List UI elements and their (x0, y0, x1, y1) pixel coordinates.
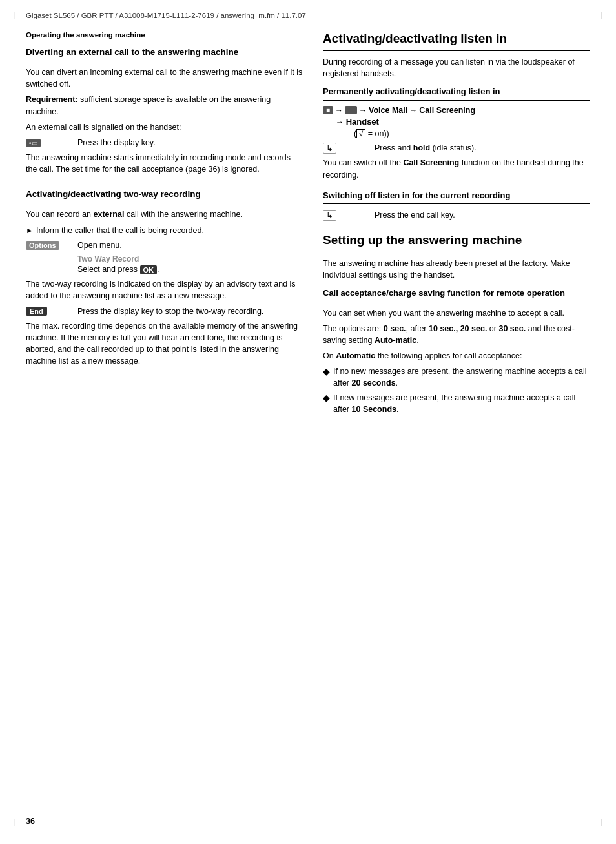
section-two-way-heading: Activating/deactivating two-way recordin… (26, 189, 303, 200)
section-rule-right-1 (323, 50, 590, 51)
switch-off-heading: Switching off listen in for the current … (323, 190, 590, 201)
diverting-p2: An external call is signalled on the han… (26, 121, 303, 133)
end-key: End (26, 307, 47, 316)
call-screening-label: Call Screening (419, 106, 475, 115)
listen-in-p1: During recording of a message you can li… (323, 56, 590, 79)
menu-icon: ■ (323, 106, 333, 114)
end-text: Press the display key to stop the two-wa… (77, 305, 303, 317)
two-way-p3: The max. recording time depends on the a… (26, 320, 303, 367)
diverting-key-row: ▫▭ Press the display key. (26, 137, 303, 149)
bullet-sym-2: ◆ (323, 392, 333, 405)
end-key-row: End Press the display key to stop the tw… (26, 305, 303, 317)
voicemail-nav-row: ■ → ☷ → Voice Mail → Call Screening (323, 106, 590, 115)
setup-heading: Setting up the answering machine (323, 232, 590, 248)
handset-label: Handset (346, 117, 379, 127)
answering-machine-icon: ▫▭ (26, 139, 41, 147)
call-screening-note: You can switch off the Call Screening fu… (323, 157, 590, 180)
diverting-requirement: Requirement: sufficient storage space is… (26, 94, 303, 117)
hold-key-desc: Press and hold (idle status). (375, 142, 590, 154)
bottom-left-corner-mark: | (14, 819, 16, 826)
two-way-p2: The two-way recording is indicated on th… (26, 278, 303, 302)
permanently-heading: Permanently activating/deactivating list… (323, 86, 590, 98)
page-number: 36 (26, 817, 35, 826)
section-switch-off-listen: Switching off listen in for the current … (323, 190, 590, 221)
section-diverting: Diverting an external call to the answer… (26, 46, 303, 175)
arrow-symbol: ► (26, 225, 36, 236)
header-text: Gigaset SL565 / GBR PTT / A31008-M1715-L… (26, 12, 306, 19)
voice-mail-label: Voice Mail (369, 106, 407, 115)
section-listen-in: Activating/deactivating listen in During… (323, 31, 590, 181)
options-key-cell: Options (26, 240, 77, 251)
automatic-intro: On Automatic the following applies for c… (323, 350, 590, 362)
hold-key-row: ↳̅ Press and hold (idle status). (323, 142, 590, 154)
bullet-inform-text: Inform the caller that the call is being… (36, 225, 303, 236)
bullet-sym-1: ◆ (323, 365, 333, 378)
section-diverting-heading: Diverting an external call to the answer… (26, 46, 303, 58)
options-row: Options Open menu. (26, 240, 303, 251)
diverting-key-cell: ▫▭ (26, 137, 77, 147)
options-text: Open menu. (77, 240, 303, 251)
end-call-icon: ↳̅ (323, 143, 336, 154)
section-rule-1 (26, 61, 303, 61)
two-way-p1: You can record an external call with the… (26, 209, 303, 220)
section-rule-right-3 (323, 252, 590, 252)
select-press-row: Select and press OK. (26, 265, 303, 274)
end-key-cell: End (26, 305, 77, 316)
diverting-p3: The answering machine starts immediately… (26, 152, 303, 175)
section-rule-right-1a (323, 100, 590, 101)
checkbox-row: (√ = on)) (323, 129, 590, 139)
options-text: The options are: 0 sec., after 10 sec., … (323, 323, 590, 346)
two-way-record-label: Two Way Record (26, 254, 303, 263)
bullet-no-messages: ◆ If no new messages are present, the an… (323, 365, 590, 389)
section-setup: Setting up the answering machine The ans… (323, 232, 590, 415)
section-two-way: Activating/deactivating two-way recordin… (26, 189, 303, 367)
left-column: Operating the answering machine Divertin… (26, 31, 303, 418)
page-header: Gigaset SL565 / GBR PTT / A31008-M1715-L… (0, 0, 616, 25)
diverting-key-desc: Press the display key. (77, 137, 303, 149)
listen-in-heading: Activating/deactivating listen in (323, 31, 590, 46)
end-call-icon-cell: ↳̅ (323, 142, 375, 154)
section-rule-right-3a (323, 302, 590, 302)
right-column: Activating/deactivating listen in During… (323, 31, 590, 418)
bullet-new-messages: ◆ If new messages are present, the answe… (323, 392, 590, 415)
bottom-right-corner-mark: | (600, 819, 602, 826)
top-left-corner-mark: | (14, 12, 16, 19)
bullet-text-2: If new messages are present, the answeri… (333, 392, 590, 415)
switch-off-desc: Press the end call key. (375, 209, 590, 221)
end-call-icon-2: ↳̅ (323, 210, 336, 221)
switch-off-key-cell: ↳̅ (323, 209, 375, 221)
setup-p2: You can set when you want the answering … (323, 307, 590, 319)
bullet-text-1: If no new messages are present, the answ… (333, 365, 590, 389)
content-area: Operating the answering machine Divertin… (0, 25, 616, 444)
diverting-p1: You can divert an incoming external call… (26, 67, 303, 90)
ok-key: OK (140, 265, 158, 274)
nav-icon: ☷ (345, 106, 357, 114)
handset-nav-row: → Handset (323, 117, 590, 127)
call-acceptance-heading: Call acceptance/charge saving function f… (323, 287, 590, 299)
two-way-bullet: ► Inform the caller that the call is bei… (26, 225, 303, 236)
section-rule-right-2 (323, 203, 590, 204)
section-rule-2 (26, 203, 303, 203)
switch-off-key-row: ↳̅ Press the end call key. (323, 209, 590, 221)
top-right-corner-mark: | (600, 12, 602, 19)
checkbox-icon: √ (356, 129, 365, 138)
operating-label: Operating the answering machine (26, 31, 303, 39)
page: | | | | Gigaset SL565 / GBR PTT / A31008… (0, 0, 616, 844)
setup-p1: The answering machine has already been p… (323, 258, 590, 281)
options-key: Options (26, 241, 59, 250)
